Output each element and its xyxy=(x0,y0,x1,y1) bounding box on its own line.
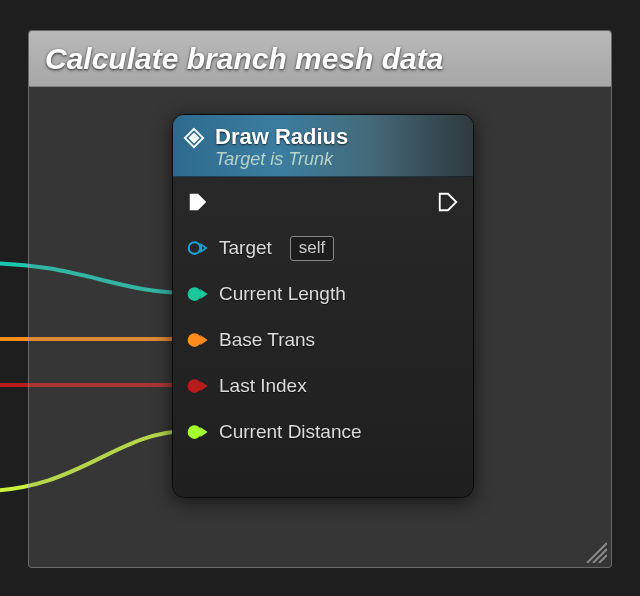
pin-label: Base Trans xyxy=(219,329,315,351)
svg-point-6 xyxy=(189,426,201,438)
pin-icon xyxy=(187,422,207,442)
svg-point-2 xyxy=(189,242,201,254)
pin-value-box[interactable]: self xyxy=(290,236,334,261)
pin-label: Current Distance xyxy=(219,421,362,443)
resize-grip-icon[interactable] xyxy=(583,539,607,563)
pin-icon xyxy=(187,330,207,350)
pin-icon xyxy=(187,238,207,258)
node-header[interactable]: Draw Radius Target is Trunk xyxy=(173,115,473,177)
pin-icon xyxy=(187,376,207,396)
svg-marker-1 xyxy=(189,132,200,143)
pin-icon xyxy=(187,284,207,304)
input-pin-base-trans[interactable]: Base Trans xyxy=(187,317,459,363)
comment-header[interactable]: Calculate branch mesh data xyxy=(29,31,611,87)
node-subtitle: Target is Trunk xyxy=(215,149,348,170)
svg-point-4 xyxy=(189,334,201,346)
pin-label: Last Index xyxy=(219,375,307,397)
input-pin-list: TargetselfCurrent LengthBase TransLast I… xyxy=(173,221,473,465)
input-pin-target[interactable]: Targetself xyxy=(187,225,459,271)
pin-label: Target xyxy=(219,237,272,259)
function-node-draw-radius[interactable]: Draw Radius Target is Trunk TargetselfCu… xyxy=(172,114,474,498)
svg-point-3 xyxy=(189,288,201,300)
comment-title: Calculate branch mesh data xyxy=(45,42,443,76)
input-pin-last-index[interactable]: Last Index xyxy=(187,363,459,409)
input-pin-current-length[interactable]: Current Length xyxy=(187,271,459,317)
exec-in-pin[interactable] xyxy=(187,191,209,213)
function-icon xyxy=(183,127,205,149)
input-pin-current-distance[interactable]: Current Distance xyxy=(187,409,459,455)
exec-out-pin[interactable] xyxy=(437,191,459,213)
node-title: Draw Radius xyxy=(215,124,348,149)
pin-label: Current Length xyxy=(219,283,346,305)
svg-point-5 xyxy=(189,380,201,392)
